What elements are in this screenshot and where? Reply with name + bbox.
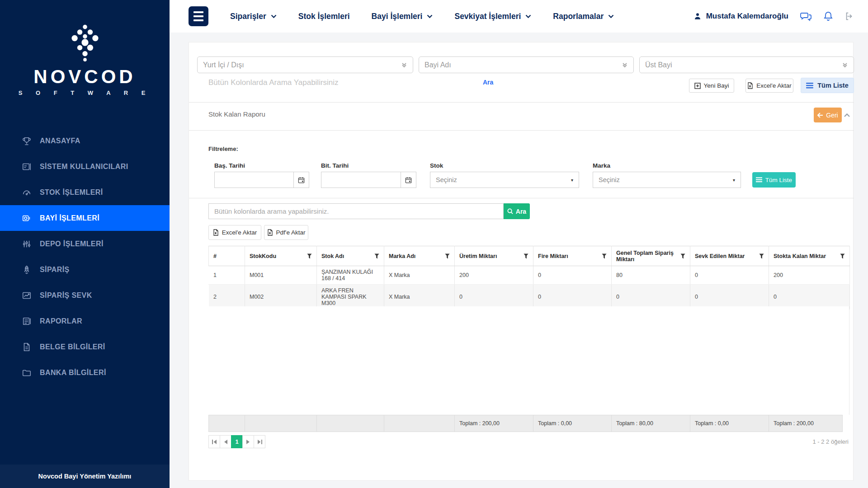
- novcod-dots-logo-icon: [63, 23, 107, 61]
- table-totals-row: Toplam : 200,00 Toplam : 0,00 Toplam : 8…: [208, 415, 843, 432]
- nav-bayi-islemleri[interactable]: Bayi İşlemleri: [372, 12, 433, 21]
- geri-button[interactable]: Geri: [814, 108, 842, 122]
- sidebar-item-stok-islemleri[interactable]: STOK İŞLEMLERİ: [0, 179, 170, 205]
- pdf-file-icon: [267, 229, 273, 236]
- sidebar-item-label: SİPARİŞ SEVK: [40, 291, 92, 300]
- user-menu[interactable]: Mustafa Kalemdaroğlu: [693, 12, 788, 21]
- grid-search-input[interactable]: [208, 203, 504, 219]
- button-label: Geri: [826, 112, 838, 119]
- calendar-picker-button[interactable]: [293, 172, 309, 188]
- sidebar-item-label: SİSTEM KULLANICILARI: [40, 163, 128, 171]
- sidebar-item-belge-bilgileri[interactable]: BELGE BİLGİLERİ: [0, 334, 170, 360]
- column-header-marka-adi[interactable]: Marka Adı: [384, 246, 455, 266]
- column-header-genel-toplam[interactable]: Genel Toplam Sipariş Miktarı: [612, 246, 690, 266]
- bit-tarihi-input[interactable]: [321, 172, 416, 188]
- tum-liste-toggle-button[interactable]: Tüm Liste: [801, 78, 854, 93]
- column-header-index[interactable]: #: [209, 246, 245, 266]
- last-page-button[interactable]: [254, 435, 265, 448]
- column-header-stokta-kalan[interactable]: Stokta Kalan Miktar: [769, 246, 850, 266]
- report-icon: [22, 316, 32, 326]
- column-header-stokkodu[interactable]: StokKodu: [245, 246, 317, 266]
- bas-tarihi-input[interactable]: [214, 172, 309, 188]
- nav-stok-islemleri[interactable]: Stok İşlemleri: [298, 12, 350, 21]
- excel-aktar-button[interactable]: Excel'e Aktar: [745, 79, 793, 93]
- ara-link[interactable]: Ara: [483, 79, 493, 86]
- sidebar-item-siparis-sevk[interactable]: SİPARİŞ SEVK: [0, 282, 170, 308]
- tum-liste-filter-button[interactable]: Tüm Liste: [752, 172, 796, 188]
- filter-icon[interactable]: [759, 253, 764, 259]
- next-page-button[interactable]: [242, 435, 254, 448]
- sidebar-item-depo-islemleri[interactable]: DEPO İŞLEMLERİ: [0, 231, 170, 257]
- nav-sevkiyat-islemleri[interactable]: Sevkiyat İşlemleri: [454, 12, 531, 21]
- button-label: Excel'e Aktar: [756, 82, 792, 89]
- cell-marka-adi: X Marka: [384, 285, 455, 310]
- filter-icon[interactable]: [680, 253, 685, 259]
- cell-uretim: 0: [455, 285, 533, 310]
- list-icon: [806, 83, 813, 89]
- divider: [189, 198, 854, 198]
- divider: [189, 102, 854, 103]
- prev-page-button[interactable]: [220, 435, 231, 448]
- user-icon: [693, 12, 702, 20]
- ara-button[interactable]: Ara: [504, 203, 530, 219]
- column-header-stok-adi[interactable]: Stok Adı: [317, 246, 384, 266]
- user-name: Mustafa Kalemdaroğlu: [706, 12, 788, 21]
- marka-select[interactable]: Seçiniz ▾: [593, 172, 741, 188]
- sidebar-item-label: STOK İŞLEMLERİ: [40, 188, 103, 197]
- file-icon: [22, 342, 32, 352]
- column-header-sevk-edilen[interactable]: Sevk Edilen Miktar: [690, 246, 769, 266]
- filter-icon[interactable]: [524, 253, 528, 259]
- bayi-adi-select[interactable]: Bayi Adı: [419, 56, 634, 73]
- sidebar-item-banka-bilgileri[interactable]: BANKA BİLGİLERİ: [0, 360, 170, 385]
- stok-select[interactable]: Seçiniz ▾: [430, 172, 579, 188]
- column-header-fire-miktari[interactable]: Fire Miktarı: [533, 246, 612, 266]
- table-row[interactable]: 1 M001 ŞANZIMAN KULAĞI 168 / 414 X Marka…: [209, 266, 850, 285]
- table-row[interactable]: 2 M002 ARKA FREN KAMPASI SPARK M300 X Ma…: [209, 285, 850, 310]
- page-title: Stok Kalan Raporu: [208, 110, 265, 118]
- hamburger-menu-button[interactable]: [189, 6, 208, 26]
- excel-export-button[interactable]: Excel'e Aktar: [208, 225, 261, 240]
- nav-raporlamalar[interactable]: Raporlamalar: [553, 12, 614, 21]
- ust-bayi-select[interactable]: Üst Bayi: [639, 56, 854, 73]
- button-label: Ara: [516, 208, 526, 215]
- logout-button[interactable]: [844, 11, 854, 21]
- sidebar-menu: ANASAYFA SİSTEM KULLANICILARI STOK İŞLEM…: [0, 128, 170, 385]
- nav-siparisler[interactable]: Siparişler: [230, 12, 277, 21]
- filter-icon[interactable]: [445, 253, 450, 259]
- next-page-icon: [246, 440, 250, 444]
- sidebar-item-bayi-islemleri[interactable]: BAYİ İŞLEMLERİ: [0, 205, 170, 231]
- topbar-right-group: Mustafa Kalemdaroğlu: [693, 11, 854, 21]
- collapse-panel-button[interactable]: [844, 111, 850, 119]
- notifications-button[interactable]: [824, 11, 833, 21]
- cell-index: 2: [209, 285, 245, 310]
- button-label: Tüm Liste: [817, 82, 848, 89]
- calendar-icon: [298, 177, 305, 183]
- nav-label: Siparişler: [230, 12, 266, 21]
- bell-icon: [824, 11, 833, 21]
- filter-icon[interactable]: [374, 253, 379, 259]
- global-search-input[interactable]: [208, 76, 462, 89]
- cell-fire: 0: [533, 285, 612, 310]
- pdf-export-button[interactable]: Pdf'e Aktar: [264, 225, 308, 240]
- search-icon: [507, 208, 513, 214]
- column-header-uretim-miktari[interactable]: Üretim Miktarı: [455, 246, 533, 266]
- first-page-button[interactable]: [208, 435, 220, 448]
- yurt-ici-disi-select[interactable]: Yurt İçi / Dışı: [197, 56, 413, 73]
- logout-icon: [844, 11, 854, 21]
- calendar-picker-button[interactable]: [401, 172, 416, 188]
- sidebar-item-sistem-kullanicilari[interactable]: SİSTEM KULLANICILARI: [0, 154, 170, 179]
- filter-icon[interactable]: [840, 253, 845, 259]
- messages-button[interactable]: [800, 11, 812, 21]
- filter-icon[interactable]: [307, 253, 312, 259]
- filtreleme-label: Filtreleme:: [208, 145, 238, 152]
- sidebar-item-anasayfa[interactable]: ANASAYFA: [0, 128, 170, 154]
- bas-tarihi-label: Baş. Tarihi: [214, 162, 245, 169]
- page-number-button[interactable]: 1: [231, 435, 243, 448]
- sidebar-item-raporlar[interactable]: RAPORLAR: [0, 308, 170, 334]
- sidebar-item-siparis[interactable]: SİPARİŞ: [0, 257, 170, 282]
- total-genel-toplam: Toplam : 80,00: [612, 415, 690, 432]
- filter-icon[interactable]: [602, 253, 607, 259]
- yeni-bayi-button[interactable]: Yeni Bayi: [689, 79, 734, 93]
- caret-down-icon: ▾: [733, 178, 735, 183]
- list-icon: [756, 177, 762, 183]
